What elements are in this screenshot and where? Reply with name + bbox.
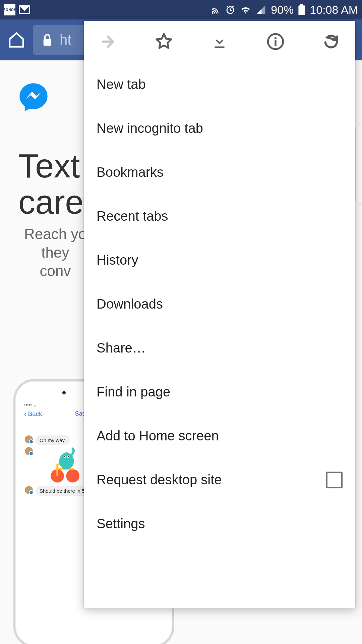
refresh-button[interactable] xyxy=(322,32,341,51)
menu-item-history[interactable]: History xyxy=(84,238,355,282)
url-text: ht xyxy=(60,32,71,48)
wifi-icon xyxy=(240,5,251,15)
page-headline: Text care xyxy=(18,148,84,220)
refresh-icon xyxy=(322,33,340,50)
svg-point-13 xyxy=(68,456,69,457)
forward-arrow-icon xyxy=(99,33,117,50)
svg-rect-2 xyxy=(299,5,305,15)
status-indicators: 90% 10:08 AM xyxy=(210,3,358,16)
status-notifications: SONOS xyxy=(4,4,30,15)
svg-point-6 xyxy=(66,469,79,483)
clock: 10:08 AM xyxy=(310,3,358,16)
status-bar: SONOS 90% 10:08 AM xyxy=(0,0,362,19)
svg-point-0 xyxy=(212,13,213,14)
sticker-icon xyxy=(46,447,83,484)
home-icon[interactable] xyxy=(7,31,25,49)
messenger-logo-icon xyxy=(17,80,50,114)
menu-icon-row xyxy=(84,21,355,62)
gmail-notification-icon xyxy=(19,5,30,14)
battery-icon xyxy=(298,4,305,15)
menu-item-recent-tabs[interactable]: Recent tabs xyxy=(84,194,355,238)
svg-point-12 xyxy=(64,456,65,457)
menu-item-request-desktop-site[interactable]: Request desktop site xyxy=(84,458,355,502)
svg-point-9 xyxy=(62,452,71,463)
svg-rect-4 xyxy=(44,39,51,46)
cast-wifi-icon xyxy=(210,5,221,15)
lock-icon xyxy=(42,33,53,47)
download-icon xyxy=(211,33,228,50)
desktop-site-checkbox[interactable] xyxy=(326,472,343,488)
scroll-indicator[interactable] xyxy=(355,124,362,205)
download-button[interactable] xyxy=(210,32,229,51)
menu-item-find-in-page[interactable]: Find in page xyxy=(84,370,355,414)
menu-item-add-to-home-screen[interactable]: Add to Home screen xyxy=(84,414,355,458)
menu-item-downloads[interactable]: Downloads xyxy=(84,282,355,326)
page-subheading: Reach yo they conv xyxy=(24,225,86,280)
battery-percent: 90% xyxy=(271,3,294,16)
menu-item-new-tab[interactable]: New tab xyxy=(84,62,355,106)
cell-signal-icon xyxy=(256,5,266,15)
menu-item-bookmarks[interactable]: Bookmarks xyxy=(84,150,355,194)
menu-item-new-incognito-tab[interactable]: New incognito tab xyxy=(84,106,355,150)
info-button[interactable] xyxy=(266,32,285,51)
alarm-icon xyxy=(225,5,235,15)
svg-point-15 xyxy=(274,37,276,39)
bookmark-button[interactable] xyxy=(155,32,173,51)
menu-item-settings[interactable]: Settings xyxy=(84,502,355,546)
sonos-notification-icon: SONOS xyxy=(4,4,15,15)
info-icon xyxy=(266,33,285,51)
overflow-menu: New tab New incognito tab Bookmarks Rece… xyxy=(84,21,355,608)
forward-button[interactable] xyxy=(99,32,117,51)
svg-rect-3 xyxy=(300,4,304,6)
star-icon xyxy=(155,33,173,51)
menu-item-share[interactable]: Share… xyxy=(84,326,355,370)
